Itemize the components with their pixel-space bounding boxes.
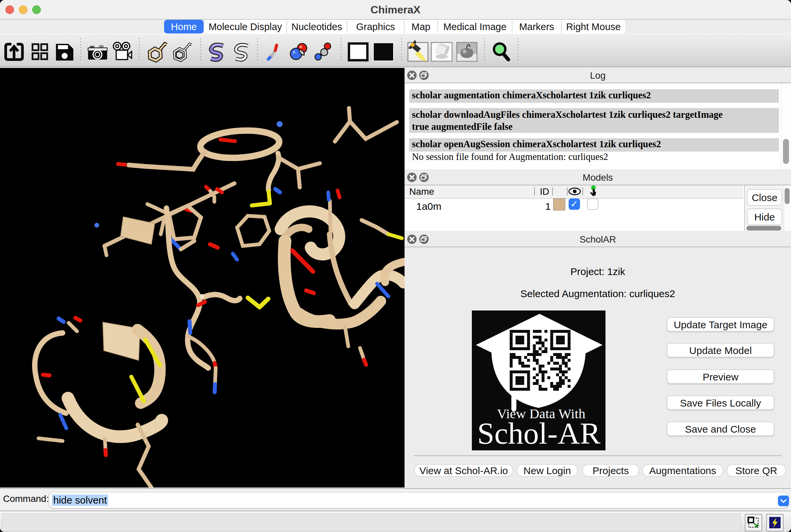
svg-text:Schol-AR: Schol-AR: [477, 416, 601, 450]
